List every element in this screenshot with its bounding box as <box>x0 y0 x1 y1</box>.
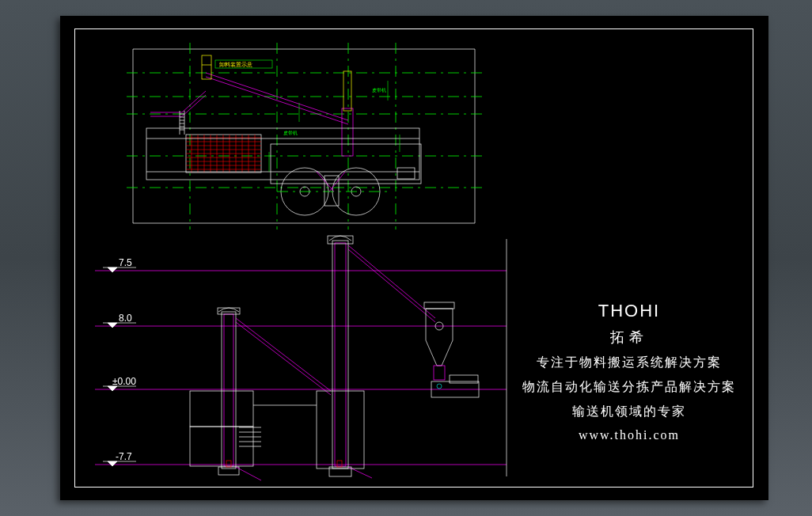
svg-rect-83 <box>224 314 233 466</box>
elevation-label-1: 7.5 <box>119 257 132 268</box>
svg-line-86 <box>236 318 331 391</box>
svg-line-90 <box>236 467 261 480</box>
svg-line-62 <box>329 172 345 192</box>
svg-point-109 <box>437 384 442 389</box>
svg-rect-92 <box>424 302 454 309</box>
company-website: www.thohi.com <box>499 428 760 442</box>
svg-rect-63 <box>397 168 415 179</box>
svg-rect-99 <box>317 391 364 469</box>
elevation-label-4: -7.7 <box>116 451 132 462</box>
top-label-1: 卸料装置示意 <box>219 61 252 69</box>
company-slogan-1: 专注于物料搬运系统解决方案 <box>499 355 760 371</box>
company-name-en: THOHI <box>499 301 760 321</box>
svg-rect-19 <box>342 108 353 156</box>
svg-line-16 <box>182 95 206 116</box>
top-plan-view <box>127 43 483 230</box>
svg-rect-22 <box>343 71 351 111</box>
svg-rect-84 <box>218 308 240 314</box>
svg-line-87 <box>236 322 331 395</box>
svg-line-15 <box>182 91 206 112</box>
svg-rect-80 <box>328 236 353 244</box>
svg-line-89 <box>348 249 435 322</box>
company-slogan-2: 物流自动化输送分拣产品解决方案 <box>499 379 760 396</box>
company-name-cn: 拓希 <box>499 328 760 347</box>
svg-rect-79 <box>335 243 346 466</box>
elevation-label-2: 8.0 <box>119 313 132 324</box>
company-slogan-3: 输送机领域的专家 <box>499 404 760 420</box>
svg-rect-20 <box>202 55 211 79</box>
svg-rect-96 <box>450 375 478 383</box>
top-label-3: 皮带机 <box>372 87 386 94</box>
company-info-block: THOHI 拓希 专注于物料搬运系统解决方案 物流自动化输送分拣产品解决方案 输… <box>499 301 760 442</box>
svg-rect-64 <box>271 144 421 184</box>
svg-line-88 <box>348 245 435 318</box>
bottom-elevation-view <box>95 236 507 480</box>
svg-rect-93 <box>434 366 445 380</box>
top-label-2: 皮带机 <box>283 130 298 137</box>
elevation-label-3: ±0.00 <box>112 376 136 387</box>
